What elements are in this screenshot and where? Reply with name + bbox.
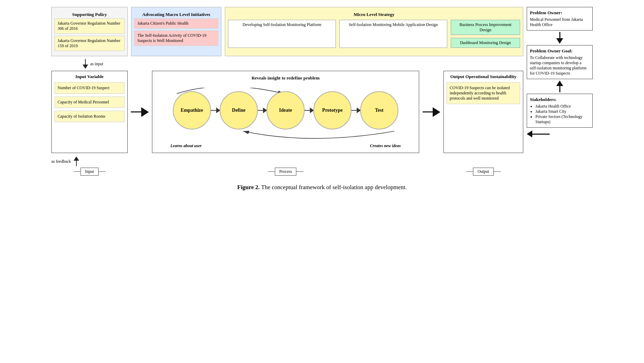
figure-caption-text: The conceptual framework of self-isolati… (260, 184, 407, 191)
problem-owner-goal-title: Problem Owner Goal: (530, 48, 590, 54)
figure-caption: Figure 2. The conceptual framework of se… (237, 184, 407, 191)
process-label-top: Reveals insight to redefine problem (156, 75, 415, 81)
problem-owner-text: Medical Personnel from Jakarta Health Of… (530, 17, 590, 27)
output-label: Output (473, 168, 493, 176)
circle-test: Test (360, 91, 398, 129)
input-item-2: Capacity of Medical Personnel (54, 96, 125, 108)
circle-empathize: Empathize (173, 91, 211, 129)
stakeholders-title: Stakeholders: (530, 97, 590, 102)
problem-owner-goal-box: Problem Owner Goal: To Collaborate with … (527, 45, 593, 79)
policy-item-2: Jakarta Governor Regulation Number 159 o… (54, 36, 125, 51)
circle-ideate: Ideate (266, 91, 305, 129)
process-label: Process (275, 168, 297, 176)
output-operational-box: Output Operational Sustainability COVID-… (443, 71, 523, 153)
input-item-1: Number of COVID-19 Suspect (54, 82, 125, 94)
supporting-policy-title: Supporting Policy (54, 10, 125, 18)
as-input-label: as input (90, 61, 103, 67)
output-item: COVID-19 Suspects can be isolated indepe… (447, 82, 520, 104)
as-feedback-row: as feedback (51, 157, 523, 166)
micro-item-2: Self-Isolation Monitoring Mobile Applica… (339, 20, 447, 48)
figure-caption-bold: Figure 2. (237, 184, 260, 191)
po-arrow-down-1 (556, 32, 563, 44)
process-label-group: Process (268, 168, 304, 176)
process-to-output-arrow (423, 71, 440, 153)
circle-define: Define (220, 91, 258, 129)
input-variable-title: Input Variable (54, 74, 125, 79)
advocating-macro-title: Advocating Macro Level Initiatives (134, 10, 218, 18)
process-labels-bottom: Learns about user Creates new ideas (156, 140, 415, 149)
stakeholder-item-2: Jakarta Smart City (535, 109, 590, 114)
input-item-3: Capacity of Isolation Rooms (54, 111, 125, 122)
stakeholder-item-1: Jakarta Health Office (535, 104, 590, 109)
micro-item-1: Developing Self-Isolation Monitoring Pla… (228, 20, 336, 48)
learns-label: Learns about user (170, 143, 202, 149)
macro-item-2: The Self-Isolation Activity of COVID-19 … (134, 31, 218, 46)
input-to-process-arrow (131, 71, 149, 153)
output-operational-title: Output Operational Sustainability (447, 74, 520, 79)
policy-item-1: Jakarta Governor Regulation Number 306 o… (54, 18, 125, 34)
process-box: Reveals insight to redefine problem (152, 71, 419, 153)
problem-owner-box: Problem Owner: Medical Personnel from Ja… (527, 7, 593, 31)
micro-green-2: Dashboard Monitoring Design (451, 38, 520, 48)
right-panel: Problem Owner: Medical Personnel from Ja… (527, 7, 593, 177)
problem-owner-title: Problem Owner: (530, 10, 590, 16)
circle-prototype: Prototype (313, 91, 351, 129)
as-feedback-label: as feedback (51, 159, 71, 164)
stakeholders-left-arrow (527, 130, 550, 137)
input-variable-box: Input Variable Number of COVID-19 Suspec… (51, 71, 128, 153)
output-label-group: Output (466, 168, 500, 176)
stakeholder-item-3: Private Sectors (Technology Startups) (535, 114, 590, 125)
stakeholders-list: Jakarta Health Office Jakarta Smart City… (530, 104, 590, 125)
as-input-row: as input (51, 59, 523, 69)
input-label-group: Input (74, 168, 105, 176)
stakeholders-box: Stakeholders: Jakarta Health Office Jaka… (527, 94, 593, 128)
micro-green-1: Business Process Improvement Design (451, 20, 520, 35)
input-label: Input (80, 168, 98, 176)
macro-item-1: Jakarta Citizen's Public Health (134, 18, 218, 28)
supporting-policy-box: Supporting Policy Jakarta Governor Regul… (51, 7, 128, 56)
advocating-macro-box: Advocating Macro Level Initiatives Jakar… (131, 7, 221, 56)
micro-level-box: Micro Level Strategy Developing Self-Iso… (225, 7, 523, 56)
design-thinking-circles: Empathize Define (156, 91, 415, 129)
labels-row: Input Process (51, 168, 523, 176)
problem-owner-goal-text: To Collaborate with technology startup c… (530, 55, 590, 76)
po-arrow-up (556, 81, 563, 92)
creates-label: Creates new ideas (370, 143, 401, 149)
micro-level-title: Micro Level Strategy (228, 10, 520, 18)
